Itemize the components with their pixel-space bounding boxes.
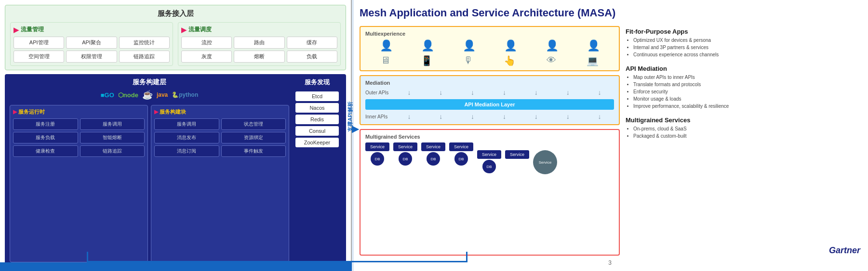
db-node: DB <box>482 160 496 173</box>
down-arrow: ↓ <box>534 89 538 96</box>
person-icon: 👤 <box>504 39 517 52</box>
down-arrow: ↓ <box>503 113 506 120</box>
discovery-item: Consul <box>295 126 339 136</box>
grid-item: API管理 <box>13 37 64 49</box>
service-access-layer: 服务接入层 ▶ 流量管理 API管理 API聚合 监控统计 空间管理 权限管理 … <box>5 5 346 70</box>
api-mediation-layer-bar: API Mediation Layer <box>365 99 614 110</box>
runtime-item: 服务注册 <box>13 118 78 130</box>
gartner-logo: Gartner <box>626 245 860 256</box>
build-block-box: ▶ 服务构建块 服务调用 状态管理 消息发布 资源绑定 消息订阅 事件触发 <box>151 105 289 262</box>
api-mediation-title: API Mediation <box>626 65 860 72</box>
masa-title: Mesh Application and Service Architectur… <box>360 7 860 19</box>
api-point-2: Translate formats and protocols <box>633 81 860 88</box>
svc-group: Service <box>533 150 557 174</box>
service-node: Service <box>449 142 473 151</box>
right-connector-vert <box>466 252 467 262</box>
tech-logos: ■GO ⬡node ☕ java 🐍python <box>10 90 289 100</box>
bottom-blue-bar <box>0 262 352 271</box>
grid-item: 监控统计 <box>119 37 170 49</box>
right-panel: Mesh Application and Service Architectur… <box>352 0 868 271</box>
multigrained-services-row: Service DB Service DB Service DB Servi <box>365 142 614 174</box>
traffic-schedule-col: ▶ 流量调度 流控 路由 缓存 灰度 熔断 负载 <box>178 22 341 66</box>
api-mediation-list: Map outer APIs to inner APIs Translate f… <box>626 74 860 110</box>
diagram-column: Multiexperience 👤 👤 👤 👤 👤 👤 🖥 📱 🎙 👆 <box>360 26 620 256</box>
runtime-build-row: ▶ 服务运行时 服务注册 服务调用 服务负载 智能熔断 健康检查 链路追踪 <box>10 105 289 262</box>
mediation-box: Mediation Outer APIs ↓ ↓ ↓ ↓ ↓ ↓ ↓ <box>360 75 620 125</box>
right-arrow-icon: ▶ <box>352 123 359 134</box>
grid-item: 空间管理 <box>13 51 64 63</box>
mediation-label: Mediation <box>365 80 614 86</box>
db-node: DB <box>454 152 468 166</box>
runtime-item: 健康检查 <box>13 145 78 157</box>
api-point-5: Improve performance, scalability & resil… <box>633 103 860 110</box>
inner-api-label: Inner APIs <box>365 114 392 119</box>
runtime-grid: 服务注册 服务调用 服务负载 智能熔断 健康检查 链路追踪 <box>13 118 145 157</box>
api-arrows-top: ↓ ↓ ↓ ↓ ↓ ↓ ↓ <box>395 89 614 96</box>
discovery-item: ZooKeeper <box>295 138 339 147</box>
runtime-arrow-icon: ▶ <box>13 109 17 115</box>
grid-item: 路由 <box>234 37 284 49</box>
multigrained-desc-title: Multigrained Services <box>626 116 860 124</box>
tech-java-icon: ☕ <box>142 90 153 100</box>
outer-api-row: Outer APIs ↓ ↓ ↓ ↓ ↓ ↓ ↓ <box>365 89 614 96</box>
discovery-item: Redis <box>295 115 339 124</box>
fit-for-purpose-title: Fit-for-Purpose Apps <box>626 28 860 35</box>
multigrained-label: Multigrained Services <box>365 134 614 140</box>
build-item: 消息发布 <box>154 132 219 143</box>
mediation-inner: Outer APIs ↓ ↓ ↓ ↓ ↓ ↓ ↓ API Medi <box>365 89 614 120</box>
chip-icon: 💻 <box>587 55 599 66</box>
multiexperience-label: Multiexperience <box>365 31 614 37</box>
masa-content: Multiexperience 👤 👤 👤 👤 👤 👤 🖥 📱 🎙 👆 <box>360 26 860 256</box>
arrow-icon-2: ▶ <box>181 26 187 34</box>
grid-item: 负载 <box>287 51 337 63</box>
db-node: DB <box>399 152 412 166</box>
mobile-icon: 📱 <box>421 55 433 66</box>
svc-group: Service DB <box>449 142 473 166</box>
person-icons-row: 👤 👤 👤 👤 👤 👤 <box>365 39 614 52</box>
build-item: 事件触发 <box>221 145 286 157</box>
svc-group: Service <box>505 150 529 159</box>
db-node: DB <box>371 152 384 166</box>
tech-go-label: ■GO <box>101 91 114 99</box>
tech-node-label: ⬡node <box>118 91 138 99</box>
svc-group: Service DB <box>393 142 417 166</box>
main-container: 服务接入层 ▶ 流量管理 API管理 API聚合 监控统计 空间管理 权限管理 … <box>0 0 868 271</box>
svc-group: Service DB <box>421 142 445 166</box>
traffic-mgmt-grid: API管理 API聚合 监控统计 空间管理 权限管理 链路追踪 <box>13 37 170 63</box>
multiexperience-box: Multiexperience 👤 👤 👤 👤 👤 👤 🖥 📱 🎙 👆 <box>360 26 620 71</box>
multigrained-box: Multigrained Services Service DB Service… <box>360 129 620 256</box>
down-arrow: ↓ <box>598 113 601 120</box>
device-icons-row: 🖥 📱 🎙 👆 👁 💻 <box>365 55 614 66</box>
grid-item: 链路追踪 <box>119 51 170 63</box>
build-item: 资源绑定 <box>221 132 286 143</box>
down-arrow: ↓ <box>439 113 442 120</box>
discovery-item: Etcd <box>295 91 339 101</box>
service-build-layer: 服务构建层 ■GO ⬡node ☕ java 🐍python ▶ 服务运行时 <box>5 74 346 266</box>
service-discovery: 服务发现 Etcd Nacos Redis Consul ZooKeeper <box>293 78 341 262</box>
multi-point-2: Packaged & custom-built <box>633 132 860 140</box>
grid-item: 熔断 <box>234 51 284 63</box>
left-connector-vert <box>87 252 88 262</box>
mic-icon: 🎙 <box>464 55 473 66</box>
discovery-title: 服务发现 <box>305 78 330 87</box>
api-point-3: Enforce security <box>633 88 860 95</box>
down-arrow: ↓ <box>566 89 570 96</box>
grid-item: 权限管理 <box>66 51 117 63</box>
service-node: Service <box>505 150 529 159</box>
grid-item: 流控 <box>181 37 232 49</box>
fit-point-1: Optimized UX for devices & persona <box>633 37 860 44</box>
down-arrow: ↓ <box>439 89 442 96</box>
eye-icon: 👁 <box>547 55 556 66</box>
desc-column: Fit-for-Purpose Apps Optimized UX for de… <box>626 26 860 256</box>
build-item: 消息订阅 <box>154 145 219 157</box>
runtime-item: 智能熔断 <box>80 132 145 143</box>
discovery-item: Nacos <box>295 103 339 113</box>
build-item: 状态管理 <box>221 118 286 130</box>
down-arrow: ↓ <box>503 89 506 96</box>
runtime-item: 服务调用 <box>80 118 145 130</box>
outer-api-label: Outer APIs <box>365 90 392 95</box>
api-arrows-bottom: ↓ ↓ ↓ ↓ ↓ ↓ ↓ <box>395 113 614 120</box>
person-icon: 👤 <box>463 39 476 52</box>
down-arrow: ↓ <box>598 89 601 96</box>
vertical-divider <box>352 0 354 271</box>
